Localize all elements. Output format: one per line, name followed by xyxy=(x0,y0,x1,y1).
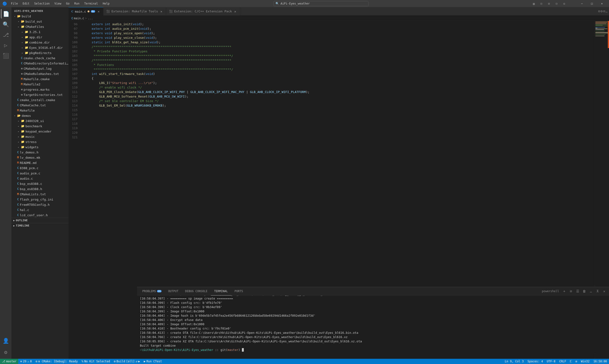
grid-icon[interactable]: ⊟ xyxy=(553,1,560,6)
kill-terminal-icon[interactable]: 🗑 xyxy=(581,288,587,294)
tree-item[interactable]: Clcd_conf_user.h xyxy=(12,212,68,218)
menu-file[interactable]: File xyxy=(9,1,20,6)
menu-help[interactable]: Help xyxy=(101,1,112,6)
activity-search[interactable]: 🔍 xyxy=(1,20,11,29)
panel-more-icon[interactable]: … xyxy=(588,288,594,294)
tree-item[interactable]: Clv_demos.h xyxy=(12,150,68,155)
maximize-button[interactable]: □ xyxy=(587,0,597,7)
tree-item[interactable]: ▸📁3.25.1 xyxy=(12,29,68,35)
tree-item[interactable]: ▸📁CMakeFiles xyxy=(12,24,68,29)
tab-debug-console[interactable]: DEBUG CONSOLE xyxy=(182,287,211,296)
panel-maximize-icon[interactable]: ⊼ xyxy=(595,288,600,294)
tree-item[interactable]: ▸📁combine.dir xyxy=(12,40,68,45)
panel-close-icon[interactable]: ✕ xyxy=(601,288,607,294)
tree-item[interactable]: MMakefile2 xyxy=(12,82,68,87)
tree-item[interactable]: Caudio_pcm.c xyxy=(12,170,68,176)
status-ln-col[interactable]: Ln 9, Col 3 xyxy=(503,359,526,364)
tree-item[interactable]: MCMakeLists.txt xyxy=(12,192,68,197)
layout-icon[interactable]: ▦ xyxy=(531,1,537,6)
panel-list-icon[interactable]: ☰ xyxy=(575,288,581,294)
activity-settings[interactable]: ⚙ xyxy=(1,347,11,357)
terminal-content[interactable]: [16:58:04.396] -Process C:\Users\Archk\G… xyxy=(137,296,609,353)
tree-item[interactable]: ▸📁benchmark xyxy=(12,123,68,129)
status-cmake[interactable]: ⚙ ⚙ CMake: [Debug]: Ready xyxy=(34,359,80,364)
tree-item[interactable]: ≡progress.marks xyxy=(12,87,68,92)
tree-item[interactable]: ▸📁240X320_ui xyxy=(12,118,68,123)
activity-explorer[interactable]: 📄 xyxy=(1,9,11,19)
tree-item[interactable]: ▾📂build xyxy=(12,13,68,19)
editor-tab[interactable]: ⬛Extension: Makefile Tools✕ xyxy=(104,7,166,15)
tab-close-button[interactable]: ✕ xyxy=(233,10,237,13)
split-terminal-icon[interactable]: ⊟ xyxy=(568,288,574,294)
editor-tab[interactable]: Cmain.c9+✕ xyxy=(68,7,104,15)
breadcrumb-symbol[interactable]: ... xyxy=(88,17,93,20)
outline-header[interactable]: ▶ OUTLINE xyxy=(12,218,68,223)
tree-item[interactable]: ≡TargetDirectories.txt xyxy=(12,92,68,97)
split-icon[interactable]: ⊟ xyxy=(538,1,545,6)
status-feedback[interactable]: ⚙ xyxy=(573,359,579,364)
menu-run[interactable]: Run xyxy=(72,1,81,6)
tree-item[interactable]: ≡CMakeOutput.log xyxy=(12,66,68,71)
tab-output[interactable]: OUTPUT xyxy=(165,287,182,296)
tree-item[interactable]: ▸📁pkgRedirects xyxy=(12,50,68,55)
tree-item[interactable]: Ccmake.check_cache xyxy=(12,55,68,61)
tab-layout-icon[interactable]: ⊟ xyxy=(603,9,605,13)
menu-selection[interactable]: Selection xyxy=(32,1,52,6)
menu-view[interactable]: View xyxy=(52,1,63,6)
activity-extensions[interactable]: ⬛ xyxy=(1,51,11,60)
tab-close-button[interactable]: ✕ xyxy=(159,10,163,13)
status-build[interactable]: ⚙ Build [all] ↺ ▶ xyxy=(112,359,142,364)
tree-item[interactable]: ▸📁keypad_encoder xyxy=(12,129,68,134)
menu-terminal[interactable]: Terminal xyxy=(82,1,100,6)
tree-item[interactable]: ▸📁widgets xyxy=(12,144,68,150)
tab-close-button[interactable]: ✕ xyxy=(97,10,100,13)
tree-item[interactable]: MREADME.md xyxy=(12,160,68,165)
activity-run[interactable]: ▷ xyxy=(1,40,11,50)
tree-item[interactable]: CFreeRTOSConfig.h xyxy=(12,202,68,207)
editor-tab[interactable]: ⬛Extension: C/C++ Extension Pack✕ xyxy=(166,7,240,15)
tree-item[interactable]: ▾📂demos xyxy=(12,113,68,118)
tree-item[interactable]: Cbsp_es8388.h xyxy=(12,186,68,192)
status-remote[interactable]: ⎇ master xyxy=(0,359,18,364)
status-no-kit[interactable]: % No Kit Selected xyxy=(80,359,112,364)
status-platform[interactable]: Win32 xyxy=(579,359,591,364)
tree-item[interactable]: Cflash_prog_cfg.ini xyxy=(12,197,68,202)
settings-gear-icon[interactable]: ⚙ xyxy=(561,1,568,6)
status-spaces[interactable]: Spaces: 4 xyxy=(526,359,545,364)
panel-icon[interactable]: ⊞ xyxy=(546,1,552,6)
status-run-ctest[interactable]: ▶ Run CTest xyxy=(142,359,164,364)
tree-item[interactable]: Caudio.c xyxy=(12,176,68,181)
menu-go[interactable]: Go xyxy=(64,1,71,6)
global-search-bar[interactable]: 🔍 AiPi-Eyes_weather xyxy=(273,1,368,6)
status-eol[interactable]: CRLF xyxy=(557,359,568,364)
tree-item[interactable]: MMakefile.cmake xyxy=(12,76,68,82)
new-terminal-icon[interactable]: + xyxy=(561,288,567,294)
tree-item[interactable]: Chal.c xyxy=(12,207,68,212)
breadcrumb-file[interactable]: Cmain.c xyxy=(71,17,84,20)
tree-item[interactable]: ≡CMakeRuleHashes.txt xyxy=(12,71,68,76)
menu-edit[interactable]: Edit xyxy=(21,1,31,6)
close-button[interactable]: ✕ xyxy=(597,0,607,7)
status-lang[interactable]: C xyxy=(568,359,573,364)
tree-item[interactable]: ▾📂build_out xyxy=(12,19,68,24)
status-encoding[interactable]: UTF-8 xyxy=(545,359,557,364)
tree-item[interactable]: Mlv_demos.mk xyxy=(12,155,68,160)
tab-problems[interactable]: PROBLEMS 29 xyxy=(139,287,165,296)
tree-item[interactable]: Cbsp_es8388.c xyxy=(12,181,68,186)
tab-more-icon[interactable]: … xyxy=(606,9,608,13)
tree-item[interactable]: ▸📁Eyes_bl616.elf.dir xyxy=(12,45,68,50)
status-errors[interactable]: ⊗ 29 ⚠ 0 xyxy=(18,359,34,364)
tree-item[interactable]: Ccmake_install.cmake xyxy=(12,97,68,103)
tree-item[interactable]: ▸📁music xyxy=(12,134,68,139)
tab-terminal[interactable]: TERMINAL xyxy=(211,287,231,296)
tree-item[interactable]: ▸📁stress xyxy=(12,139,68,144)
tree-item[interactable]: CCMakeCache.txt xyxy=(12,103,68,108)
tab-settings2-icon[interactable]: ⚙ xyxy=(601,9,603,13)
tree-item[interactable]: CCMakeDirectoryInformation.cmake xyxy=(12,61,68,66)
minimize-button[interactable]: — xyxy=(577,0,587,7)
timeline-header[interactable]: ▶ TIMELINE xyxy=(12,223,68,228)
tree-item[interactable]: C8388_pcm.c xyxy=(12,165,68,170)
activity-accounts[interactable]: 👤 xyxy=(1,336,11,345)
tab-ports[interactable]: PORTS xyxy=(231,287,246,296)
tree-item[interactable]: ▸📁app.dir xyxy=(12,35,68,40)
